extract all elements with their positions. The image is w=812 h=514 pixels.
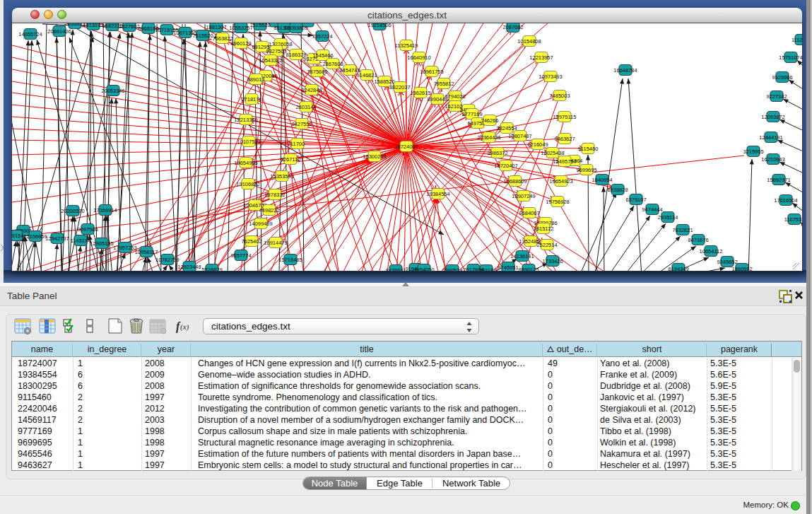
svg-text:20053346: 20053346 [101, 88, 124, 94]
svg-text:1145194: 1145194 [71, 238, 91, 244]
svg-text:3875685: 3875685 [307, 69, 327, 75]
svg-text:9097586: 9097586 [77, 226, 98, 233]
svg-text:8960123: 8960123 [230, 40, 251, 47]
svg-text:7663822: 7663822 [212, 35, 233, 42]
svg-text:17957253: 17957253 [113, 245, 136, 251]
svg-text:12923448: 12923448 [177, 264, 201, 270]
svg-text:12942737: 12942737 [45, 235, 69, 242]
svg-text:9227342: 9227342 [766, 93, 787, 100]
svg-text:6194349: 6194349 [668, 266, 688, 271]
svg-text:989013: 989013 [247, 76, 264, 83]
svg-text:1167533: 1167533 [784, 216, 802, 223]
svg-text:14136141: 14136141 [510, 253, 534, 259]
svg-text:1362615: 1362615 [410, 90, 430, 96]
svg-text:2087682: 2087682 [502, 24, 523, 30]
svg-text:19756928: 19756928 [546, 199, 569, 205]
svg-text:12093872: 12093872 [761, 114, 784, 120]
svg-text:15495754: 15495754 [553, 158, 576, 165]
svg-text:12905135: 12905135 [90, 240, 113, 247]
svg-text:7515520: 7515520 [192, 33, 213, 39]
svg-text:9878332: 9878332 [264, 192, 285, 198]
svg-text:1545466: 1545466 [312, 52, 333, 59]
svg-text:12444191: 12444191 [759, 134, 782, 141]
svg-text:6216049: 6216049 [527, 141, 548, 148]
svg-text:16914479: 16914479 [264, 240, 287, 246]
svg-text:9146821: 9146821 [356, 72, 377, 78]
svg-text:18300295: 18300295 [363, 153, 386, 160]
svg-text:10782759: 10782759 [155, 257, 179, 263]
svg-text:15720407: 15720407 [494, 163, 517, 169]
svg-text:16053809: 16053809 [284, 25, 307, 31]
svg-text:1640954: 1640954 [592, 177, 612, 183]
svg-text:9794028: 9794028 [445, 93, 465, 100]
svg-text:16640910: 16640910 [407, 54, 430, 61]
svg-text:1733426: 1733426 [542, 258, 563, 264]
svg-text:12213957: 12213957 [529, 54, 553, 61]
svg-text:7485003: 7485003 [549, 93, 570, 99]
svg-text:4498222: 4498222 [259, 207, 279, 214]
svg-text:9242848: 9242848 [301, 87, 322, 93]
svg-text:9327503: 9327503 [266, 48, 286, 54]
svg-text:9245652: 9245652 [717, 259, 737, 265]
svg-text:9463627: 9463627 [554, 136, 575, 142]
svg-text:8427552: 8427552 [291, 121, 312, 127]
svg-text:(x): (x) [180, 322, 189, 332]
svg-text:19654955: 19654955 [234, 160, 257, 166]
svg-text:15353593: 15353593 [270, 173, 293, 180]
svg-text:19218506: 19218506 [367, 23, 391, 28]
svg-text:9474444: 9474444 [642, 206, 662, 213]
svg-text:19654923: 19654923 [549, 178, 572, 185]
svg-text:5528829: 5528829 [201, 267, 222, 271]
svg-text:11325419: 11325419 [395, 42, 418, 49]
svg-text:8745951: 8745951 [498, 264, 518, 271]
svg-text:8938928: 8938928 [607, 187, 628, 193]
svg-text:8954050: 8954050 [413, 267, 434, 271]
svg-text:8822037: 8822037 [389, 84, 410, 90]
svg-text:8476611: 8476611 [386, 267, 406, 271]
svg-text:14055724: 14055724 [18, 31, 42, 37]
svg-text:20364436: 20364436 [477, 134, 500, 141]
svg-text:3824554: 3824554 [496, 125, 517, 132]
svg-text:14099489: 14099489 [249, 221, 272, 227]
svg-text:10807487: 10807487 [508, 133, 531, 139]
svg-text:3267110: 3267110 [281, 156, 301, 163]
svg-text:39154: 39154 [12, 233, 23, 239]
svg-text:1112334: 1112334 [792, 37, 802, 43]
svg-text:12213369: 12213369 [234, 117, 257, 123]
svg-text:15692971: 15692971 [767, 177, 790, 183]
svg-text:2718170: 2718170 [241, 96, 261, 103]
svg-text:15751074: 15751074 [779, 54, 802, 61]
svg-text:10107533: 10107533 [237, 139, 260, 145]
svg-text:10543382: 10543382 [259, 57, 282, 64]
svg-text:9115460: 9115460 [578, 146, 599, 152]
svg-text:9699695: 9699695 [576, 167, 596, 173]
svg-text:16648784: 16648784 [613, 67, 637, 74]
svg-text:7632621: 7632621 [672, 227, 693, 233]
svg-text:10973493: 10973493 [539, 74, 562, 80]
svg-text:12156859: 12156859 [23, 233, 47, 240]
svg-text:9777169: 9777169 [461, 111, 482, 117]
svg-text:20206570: 20206570 [61, 208, 84, 214]
svg-text:10025438: 10025438 [541, 150, 564, 156]
svg-text:2803144: 2803144 [295, 104, 316, 110]
svg-text:16961755: 16961755 [420, 69, 443, 75]
svg-text:18724007: 18724007 [394, 144, 418, 150]
svg-text:1055325: 1055325 [64, 23, 85, 27]
svg-text:17359914: 17359914 [93, 207, 117, 214]
svg-text:12975115: 12975115 [553, 114, 577, 120]
svg-text:1813197: 1813197 [83, 23, 103, 28]
svg-text:2867608: 2867608 [322, 61, 343, 67]
svg-text:1815112: 1815112 [534, 226, 554, 232]
svg-text:2986372: 2986372 [487, 150, 507, 156]
svg-text:18907249: 18907249 [512, 193, 535, 199]
svg-text:15716485: 15716485 [278, 257, 302, 263]
svg-text:16210643: 16210643 [761, 156, 784, 163]
svg-text:9657774: 9657774 [230, 252, 251, 259]
svg-text:3215955: 3215955 [743, 148, 763, 155]
svg-text:2090518: 2090518 [442, 267, 462, 271]
svg-text:20691406: 20691406 [47, 28, 71, 35]
svg-text:2522514: 2522514 [536, 242, 557, 248]
svg-text:7955812: 7955812 [433, 81, 454, 87]
svg-text:2935114: 2935114 [658, 214, 678, 221]
svg-text:1881307: 1881307 [206, 24, 226, 30]
